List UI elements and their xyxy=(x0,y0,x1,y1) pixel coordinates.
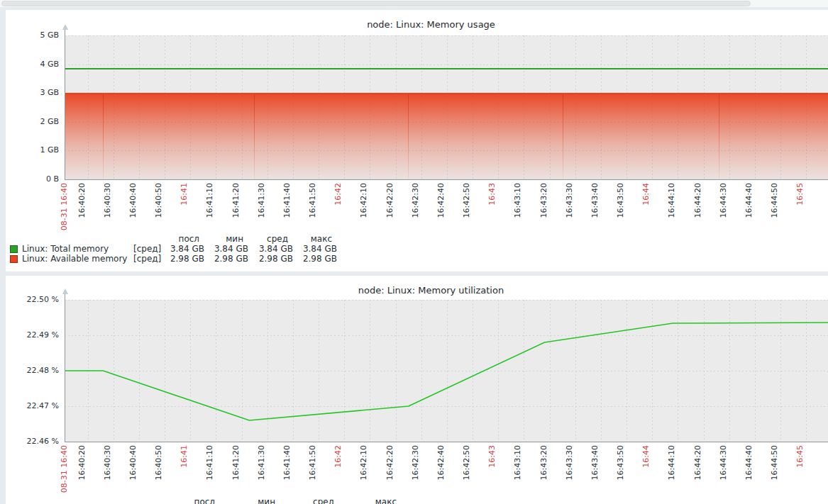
x-axis-label: 16:41 xyxy=(180,183,189,206)
x-axis-label: 16:44:30 xyxy=(719,445,728,480)
gradient-seam xyxy=(103,94,104,179)
x-axis-label: 16:44 xyxy=(642,445,651,468)
x-axis-label: 16:44:10 xyxy=(668,445,676,480)
gradient-seam xyxy=(719,94,719,179)
y-axis-label: 22.46 % xyxy=(8,437,59,447)
x-axis-label: 16:41:50 xyxy=(309,445,317,480)
top-scrollbar-track xyxy=(0,0,828,7)
x-axis-label: 16:44:40 xyxy=(745,445,754,480)
x-axis-label: 16:41:10 xyxy=(206,445,214,480)
x-axis-label: 16:44:20 xyxy=(694,183,702,218)
legend-aggregation: [сред] xyxy=(133,245,161,254)
x-axis-label: 16:42:20 xyxy=(386,445,394,480)
x-axis-label: 16:41:40 xyxy=(283,445,292,480)
x-axis-label: 16:40:20 xyxy=(78,445,87,480)
y-axis-label: 22.49 % xyxy=(8,330,59,340)
x-axis-label: 16:41:30 xyxy=(258,445,266,480)
legend-header: посл xyxy=(177,498,220,504)
x-axis-label: 16:41 xyxy=(180,445,189,468)
gradient-seam xyxy=(408,94,409,179)
x-axis-label: 16:43 xyxy=(488,445,497,468)
x-axis-label: 16:43:40 xyxy=(591,183,600,218)
x-axis-label: 16:41:20 xyxy=(232,183,241,218)
y-axis-arrow-icon xyxy=(62,289,68,294)
x-axis-label: 16:41:30 xyxy=(258,183,266,218)
legend-header: макс xyxy=(294,235,337,244)
x-axis-label: 16:43:40 xyxy=(591,445,600,480)
y-axis-label: 3 GB xyxy=(8,88,59,98)
total-memory-line xyxy=(65,68,828,69)
x-axis-label: 16:42:10 xyxy=(360,183,368,218)
x-axis-label: 16:45 xyxy=(796,445,805,468)
x-axis-label: 16:40:40 xyxy=(129,445,138,480)
y-axis-label: 22.47 % xyxy=(8,401,59,411)
y-axis xyxy=(65,30,65,179)
legend-stat-value: 3.84 GB xyxy=(162,245,204,254)
legend-series-name: Linux: Available memory xyxy=(22,254,127,264)
legend-header: сред xyxy=(297,498,339,504)
x-axis-label: 16:41:50 xyxy=(309,183,317,218)
x-axis-label: 16:40:20 xyxy=(78,183,87,218)
legend-header: мин xyxy=(206,235,248,244)
graph-title: node: Linux: Memory utilization xyxy=(34,285,828,296)
x-axis-label: 16:44:10 xyxy=(668,183,676,218)
x-axis-label: 16:40:50 xyxy=(155,183,163,218)
x-axis-label: 16:40:40 xyxy=(129,183,138,218)
legend-stat-value: 2.98 GB xyxy=(162,254,204,264)
dashboard-background: node: Linux: Memory usage 5 GB4 GB3 GB2 … xyxy=(0,7,828,504)
available-memory-area xyxy=(65,93,828,179)
y-axis-arrow-icon xyxy=(62,24,68,30)
y-axis-label: 2 GB xyxy=(8,117,59,127)
x-axis-label: 16:42:30 xyxy=(412,445,420,480)
x-axis-label: 16:44:30 xyxy=(719,183,728,218)
y-axis-label: 0 B xyxy=(8,174,59,184)
x-axis-label: 16:40:30 xyxy=(104,183,112,218)
legend-header: мин xyxy=(238,498,280,504)
x-axis-label: 16:41:20 xyxy=(232,445,241,480)
x-axis-label: 16:45 xyxy=(796,183,805,206)
x-axis-label: 16:40:50 xyxy=(155,445,163,480)
y-axis-label: 22.50 % xyxy=(8,295,59,305)
x-axis-label: 16:41:40 xyxy=(283,183,292,218)
x-axis-label: 16:44 xyxy=(642,183,651,206)
legend-stat-value: 3.84 GB xyxy=(294,245,337,254)
x-axis-label: 16:43 xyxy=(488,183,497,206)
memory-utilization-line xyxy=(65,300,828,442)
legend-header: посл xyxy=(162,235,204,244)
x-axis-label: 16:44:20 xyxy=(694,445,702,480)
legend-header: сред xyxy=(250,235,293,244)
x-axis-label: 16:44:50 xyxy=(771,183,779,218)
legend-series-name: Linux: Total memory xyxy=(22,245,109,254)
x-axis-label: 16:44:50 xyxy=(771,445,779,480)
legend-stat-value: 2.98 GB xyxy=(206,254,248,264)
graph-widget-memory-usage: node: Linux: Memory usage 5 GB4 GB3 GB2 … xyxy=(6,10,828,271)
y-axis-label: 4 GB xyxy=(8,60,59,69)
y-axis xyxy=(65,294,65,442)
x-axis-label: 16:43:10 xyxy=(514,183,522,218)
y-axis-label: 1 GB xyxy=(8,145,59,155)
y-axis-label: 22.48 % xyxy=(8,366,59,376)
x-axis-label: 16:42 xyxy=(334,183,343,206)
x-axis-label: 16:42:50 xyxy=(463,183,471,218)
x-axis xyxy=(65,442,828,442)
x-axis xyxy=(65,179,828,180)
legend-stat-value: 3.84 GB xyxy=(250,245,293,254)
x-axis-label: 16:42:40 xyxy=(437,445,446,480)
x-axis-label: 16:43:50 xyxy=(617,445,625,480)
legend-stat-value: 2.98 GB xyxy=(294,254,337,264)
graph-widget-memory-utilization: node: Linux: Memory utilization 22.50 %2… xyxy=(6,276,828,504)
gradient-seam xyxy=(254,94,255,179)
gradient-seam xyxy=(563,94,563,179)
legend-color-swatch xyxy=(10,255,18,263)
x-axis-label: 16:42:20 xyxy=(386,183,394,218)
x-axis-label: 16:44:40 xyxy=(745,183,754,218)
graph-title: node: Linux: Memory usage xyxy=(34,19,828,30)
x-axis-label: 16:43:50 xyxy=(617,183,625,218)
x-axis-label: 16:43:10 xyxy=(514,445,522,480)
x-axis-label: 16:43:30 xyxy=(565,445,574,480)
top-scrollbar-thumb[interactable] xyxy=(1,1,751,6)
legend-header: макс xyxy=(359,498,402,504)
x-axis-label: 16:42 xyxy=(334,445,343,468)
x-axis-label: 16:42:40 xyxy=(437,183,446,218)
legend-aggregation: [сред] xyxy=(133,254,161,264)
